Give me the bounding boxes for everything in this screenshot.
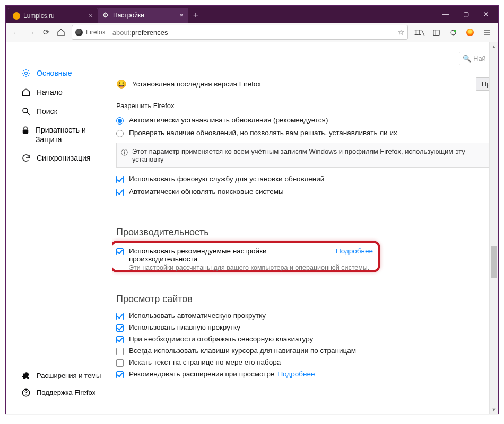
- checkbox-checked-icon[interactable]: [116, 371, 124, 378]
- minimize-button[interactable]: —: [436, 7, 456, 22]
- option-label: Использовать рекомендуемые настройки про…: [129, 247, 333, 263]
- svg-point-12: [25, 394, 26, 395]
- info-text: Этот параметр применяется ко всем учётны…: [132, 147, 496, 163]
- extension-icon[interactable]: [462, 25, 478, 40]
- bookmark-star-icon[interactable]: ☆: [397, 28, 404, 37]
- option-label: Использовать плавную прокрутку: [129, 323, 240, 331]
- sidebar-button[interactable]: [428, 25, 444, 40]
- window-controls: — ▢ ✕: [436, 6, 498, 23]
- gear-icon: [21, 68, 31, 78]
- toolbar-right: II\: [411, 25, 495, 40]
- prefs-sidebar: Основные Начало Поиск: [6, 42, 112, 414]
- search-icon: 🔍: [463, 55, 471, 63]
- checkbox-unchecked-icon[interactable]: [116, 348, 124, 355]
- sidebar-item-support[interactable]: Поддержка Firefox: [6, 384, 112, 401]
- sidebar-label: Приватность и Защита: [36, 125, 105, 144]
- option-label: Автоматически обновлять поисковые систем…: [129, 188, 284, 196]
- svg-line-9: [27, 112, 30, 115]
- option-label: Использовать фоновую службу для установк…: [129, 175, 324, 183]
- content-area: Основные Начало Поиск: [6, 42, 498, 414]
- firefox-icon: [75, 29, 83, 36]
- tab-lumpics[interactable]: Lumpics.ru ×: [8, 8, 98, 23]
- sidebar-item-search[interactable]: Поиск: [6, 102, 112, 121]
- titlebar: Lumpics.ru × ⚙ Настройки × + — ▢ ✕: [6, 6, 498, 23]
- url-bar[interactable]: Firefox about:preferences ☆: [72, 25, 408, 40]
- option-auto-engines[interactable]: Автоматически обновлять поисковые систем…: [116, 186, 498, 198]
- option-touch-keyboard[interactable]: При необходимости отображать сенсорную к…: [116, 333, 498, 345]
- scroll-track[interactable]: [490, 51, 498, 405]
- new-tab-button[interactable]: +: [188, 8, 203, 23]
- favicon-lumpics: [13, 12, 20, 20]
- home-button[interactable]: [54, 25, 68, 40]
- close-icon[interactable]: ×: [87, 12, 94, 20]
- tab-strip: Lumpics.ru × ⚙ Настройки × +: [6, 6, 436, 23]
- sidebar-item-extensions[interactable]: Расширения и темы: [6, 367, 112, 384]
- identity-box[interactable]: Firefox: [75, 29, 109, 36]
- sync-icon: [21, 153, 31, 163]
- learn-more-link[interactable]: Подробнее: [336, 247, 373, 255]
- sidebar-item-privacy[interactable]: Приватность и Защита: [6, 121, 112, 148]
- tab-title: Настройки: [113, 12, 178, 19]
- puzzle-icon: [21, 370, 31, 381]
- option-updates-check[interactable]: Проверять наличие обновлений, но позволя…: [116, 127, 498, 139]
- learn-more-link[interactable]: Подробнее: [277, 370, 315, 378]
- tab-settings[interactable]: ⚙ Настройки ×: [98, 8, 188, 23]
- scroll-thumb[interactable]: [491, 246, 497, 278]
- back-button[interactable]: ←: [9, 25, 24, 40]
- version-status-text: Установлена последняя версия Firefox: [132, 80, 476, 88]
- option-smoothscroll[interactable]: Использовать плавную прокрутку: [116, 322, 498, 333]
- option-updates-auto[interactable]: Автоматически устанавливать обновления (…: [116, 114, 498, 127]
- sidebar-item-sync[interactable]: Синхронизация: [6, 148, 112, 167]
- prefs-main: 🔍 Най 😀 Установлена последняя версия Fir…: [112, 42, 498, 414]
- blocker-icon[interactable]: [445, 25, 461, 40]
- option-search-while-typing[interactable]: Искать текст на странице по мере его наб…: [116, 357, 498, 368]
- sidebar-label: Расширения и темы: [37, 371, 101, 381]
- identity-label: Firefox: [86, 29, 106, 36]
- checkbox-checked-icon[interactable]: [116, 176, 124, 183]
- sidebar-item-home[interactable]: Начало: [6, 83, 112, 102]
- checkbox-unchecked-icon[interactable]: [116, 359, 124, 367]
- option-bg-service[interactable]: Использовать фоновую службу для установк…: [116, 173, 498, 186]
- close-button[interactable]: ✕: [476, 7, 496, 22]
- tab-title: Lumpics.ru: [23, 12, 87, 20]
- option-use-recommended-perf[interactable]: Использовать рекомендуемые настройки про…: [116, 246, 373, 264]
- allow-firefox-label: Разрешить Firefox: [116, 102, 498, 110]
- svg-point-3: [454, 30, 456, 32]
- checkbox-checked-icon[interactable]: [116, 336, 124, 343]
- reload-button[interactable]: ⟳: [39, 25, 54, 40]
- gear-icon: ⚙: [102, 12, 110, 19]
- highlight-performance-option: Использовать рекомендуемые настройки про…: [112, 241, 380, 272]
- sidebar-label: Поиск: [37, 107, 57, 116]
- browser-window: Lumpics.ru × ⚙ Настройки × + — ▢ ✕ ← → ⟳: [5, 5, 499, 414]
- forward-button[interactable]: →: [24, 25, 39, 40]
- search-icon: [21, 106, 31, 117]
- option-label: Рекомендовать расширения при просмотре: [129, 370, 274, 378]
- option-label: Искать текст на странице по мере его наб…: [129, 358, 281, 366]
- option-label: Использовать автоматическую прокрутку: [129, 312, 266, 320]
- sidebar-item-general[interactable]: Основные: [6, 64, 112, 83]
- option-recommend-ext[interactable]: Рекомендовать расширения при просмотре П…: [116, 368, 498, 380]
- option-label: Всегда использовать клавиши курсора для …: [129, 347, 356, 355]
- library-button[interactable]: II\: [411, 25, 427, 40]
- radio-checked-icon[interactable]: [116, 117, 124, 125]
- option-label: Проверять наличие обновлений, но позволя…: [129, 129, 397, 137]
- scroll-up-button[interactable]: ▲: [490, 42, 498, 51]
- svg-point-7: [25, 72, 28, 75]
- option-cursor-nav[interactable]: Всегда использовать клавиши курсора для …: [116, 345, 498, 357]
- radio-unchecked-icon[interactable]: [116, 130, 124, 137]
- updates-info-note: ⓘ Этот параметр применяется ко всем учёт…: [116, 143, 498, 168]
- checkbox-checked-icon[interactable]: [116, 313, 124, 320]
- maximize-button[interactable]: ▢: [456, 7, 476, 22]
- question-icon: [21, 387, 31, 398]
- checkbox-checked-icon[interactable]: [116, 324, 124, 332]
- checkbox-checked-icon[interactable]: [116, 189, 124, 196]
- close-icon[interactable]: ×: [178, 12, 185, 19]
- option-autoscroll[interactable]: Использовать автоматическую прокрутку: [116, 310, 498, 322]
- home-icon: [21, 87, 31, 98]
- scroll-down-button[interactable]: ▼: [490, 405, 498, 414]
- checkbox-checked-icon[interactable]: [116, 248, 124, 255]
- lock-icon: [21, 125, 30, 136]
- menu-button[interactable]: [479, 25, 495, 40]
- vertical-scrollbar[interactable]: ▲ ▼: [489, 42, 498, 414]
- svg-rect-0: [433, 30, 439, 35]
